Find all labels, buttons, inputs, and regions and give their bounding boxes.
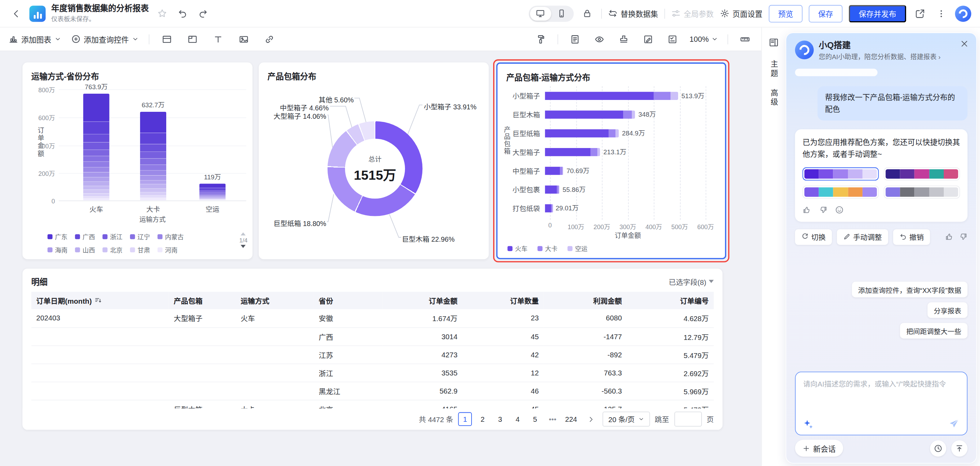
legend-item[interactable]: 北京 — [102, 245, 123, 254]
column-header[interactable]: 省份 — [313, 292, 382, 309]
insert-card-icon[interactable] — [159, 32, 174, 47]
outline-panel-icon[interactable] — [766, 35, 781, 50]
chart-card-transport-province[interactable]: 运输方式-省份分布 订单金额 800万600万400万200万0 763.9万6… — [23, 62, 253, 259]
column-header[interactable]: 订单金额 — [383, 292, 463, 309]
column-header[interactable]: 订单编号 — [627, 292, 714, 309]
legend-item[interactable]: 山西 — [75, 245, 95, 254]
page-settings-button[interactable]: 页面设置 — [720, 8, 762, 19]
legend-item[interactable]: 河南 — [158, 245, 184, 254]
column-header[interactable]: 产品包箱 — [169, 292, 235, 309]
save-publish-button[interactable]: 保存并发布 — [849, 5, 906, 22]
add-chart-button[interactable]: 添加图表 — [9, 34, 61, 44]
legend-item[interactable]: 大卡 — [538, 243, 557, 253]
table-row[interactable]: 浙江353512763.32.692万 — [31, 364, 714, 382]
suggestion-chip[interactable]: 把间距调整大一些 — [900, 323, 967, 339]
table-scroll-area[interactable]: 订单日期(month)产品包箱运输方式省份订单金额订单数量利润金额订单编号 20… — [31, 292, 714, 414]
stacked-bar[interactable] — [140, 112, 166, 201]
thumbs-up-icon[interactable] — [803, 205, 811, 214]
chart-card-package-distribution[interactable]: 产品包箱分布 总计 1515万 小型箱子 33.91%巨型木箱 22.96%巨型… — [259, 62, 488, 259]
bar-track[interactable]: 213.1万 — [545, 148, 706, 156]
history-button[interactable] — [930, 440, 947, 456]
new-chat-button[interactable]: 新会话 — [795, 440, 843, 456]
column-header[interactable]: 订单日期(month) — [31, 292, 169, 309]
ai-subtitle[interactable]: 您的AI小助理，陪您分析数据、搭建报表 › — [819, 52, 940, 61]
insight-eye-icon[interactable] — [592, 32, 607, 47]
suggestion-chip[interactable]: 添加查询控件，查询“XX字段”数据 — [852, 282, 967, 298]
page-button[interactable]: 1 — [458, 412, 472, 426]
format-brush-icon[interactable] — [533, 32, 548, 47]
replace-dataset-button[interactable]: 替换数据集 — [608, 8, 658, 19]
dashboard-canvas[interactable]: 运输方式-省份分布 订单金额 800万600万400万200万0 763.9万6… — [0, 51, 761, 466]
page-button[interactable]: 224 — [563, 412, 579, 426]
table-row[interactable]: 广西301445-147712.79万 — [31, 327, 714, 346]
thumbs-up-icon[interactable] — [945, 232, 954, 241]
page-size-select[interactable]: 20 条/页 — [603, 412, 650, 426]
insert-link-icon[interactable] — [262, 32, 277, 47]
donut-chart[interactable]: 总计 1515万 — [328, 121, 423, 216]
note-icon[interactable] — [568, 32, 583, 47]
column-header[interactable]: 订单数量 — [463, 292, 544, 309]
manual-adjust-button[interactable]: 手动调整 — [837, 229, 888, 244]
jump-page-input[interactable] — [674, 412, 702, 426]
next-page-button[interactable] — [584, 412, 598, 426]
ai-input-box[interactable] — [795, 372, 967, 435]
stacked-bar[interactable] — [83, 94, 110, 201]
favorite-star-icon[interactable] — [154, 6, 169, 21]
zoom-select[interactable]: 100% — [690, 35, 718, 44]
legend-item[interactable]: 内蒙古 — [158, 231, 184, 241]
palette-group[interactable] — [803, 185, 879, 198]
task-list-icon[interactable] — [665, 32, 680, 47]
column-header[interactable]: 运输方式 — [235, 292, 313, 309]
bar-track[interactable]: 284.9万 — [545, 129, 706, 137]
back-button[interactable] — [9, 6, 24, 21]
palette-group[interactable] — [884, 185, 960, 198]
watermark-icon[interactable] — [617, 32, 632, 47]
switch-palette-button[interactable]: 切换 — [795, 229, 832, 244]
table-row[interactable]: 202403大型箱子火车安徽1.674万2360804.628万 — [31, 309, 714, 327]
share-icon[interactable] — [912, 6, 928, 21]
undo-icon[interactable] — [175, 6, 190, 21]
legend-item[interactable]: 广西 — [75, 231, 95, 241]
table-row[interactable]: 黑龙江562.946-560.35.969万 — [31, 382, 714, 400]
ai-input-field[interactable] — [803, 379, 959, 411]
page-button[interactable]: 4 — [511, 412, 524, 426]
thumbs-down-icon[interactable] — [959, 232, 967, 241]
lock-icon[interactable] — [580, 6, 595, 21]
legend-item[interactable]: 广东 — [48, 231, 67, 241]
insert-image-icon[interactable] — [236, 32, 251, 47]
ai-assistant-logo-icon[interactable] — [955, 5, 971, 22]
page-button[interactable]: 3 — [493, 412, 507, 426]
suggestion-chip[interactable]: 分享报表 — [928, 302, 967, 318]
redo-icon[interactable] — [196, 6, 210, 21]
legend-prev-icon[interactable] — [241, 232, 246, 235]
ruler-icon[interactable] — [737, 32, 752, 47]
legend-item[interactable]: 火车 — [508, 243, 527, 253]
bar-track[interactable]: 29.01万 — [545, 204, 706, 212]
revert-button[interactable]: 撤销 — [893, 229, 930, 244]
page-button[interactable]: 5 — [528, 412, 542, 426]
palette-group[interactable] — [884, 167, 960, 181]
bar-track[interactable]: 70.69万 — [545, 166, 706, 174]
chart-card-package-transport[interactable]: 产品包箱-运输方式分布 产品包箱 小型箱子513.9万巨型木箱348万巨型纸箱2… — [496, 62, 726, 259]
mobile-view-toggle[interactable] — [551, 6, 573, 20]
legend-item[interactable]: 浙江 — [102, 231, 123, 241]
legend-item[interactable]: 甘肃 — [130, 245, 150, 254]
more-menu-icon[interactable] — [934, 6, 949, 21]
save-button[interactable]: 保存 — [809, 5, 843, 22]
legend-next-icon[interactable] — [241, 245, 246, 248]
stacked-bar[interactable] — [199, 184, 226, 201]
page-button[interactable]: 2 — [476, 412, 489, 426]
close-icon[interactable] — [960, 40, 969, 48]
send-icon[interactable] — [949, 418, 959, 429]
legend-item[interactable]: 辽宁 — [130, 231, 150, 241]
table-row[interactable]: 江苏427342-8925.479万 — [31, 346, 714, 364]
legend-item[interactable]: 海南 — [48, 245, 67, 254]
add-query-control-button[interactable]: 添加查询控件 — [71, 34, 139, 44]
emoji-icon[interactable] — [835, 205, 844, 214]
palette-group[interactable] — [803, 167, 879, 181]
desktop-view-toggle[interactable] — [530, 6, 551, 20]
export-config-icon[interactable] — [641, 32, 656, 47]
global-params-button[interactable]: 全局参数 — [671, 8, 714, 19]
insert-text-icon[interactable] — [210, 32, 226, 47]
selected-fields-dropdown[interactable]: 已选字段(8) — [669, 277, 714, 287]
